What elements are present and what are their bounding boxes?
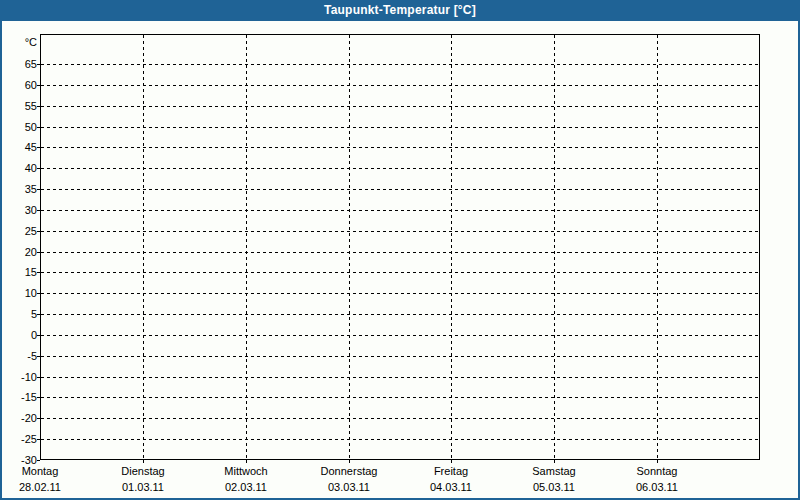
- y-axis-tick: [37, 397, 40, 398]
- v-gridline: [143, 35, 144, 459]
- y-tick-label: 15: [4, 265, 37, 279]
- y-axis-tick: [37, 439, 40, 440]
- chart-titlebar[interactable]: Taupunkt-Temperatur [°C]: [0, 0, 800, 21]
- y-tick-label: 60: [4, 78, 37, 92]
- y-tick-label: 20: [4, 245, 37, 259]
- v-gridline: [349, 35, 350, 459]
- h-gridline: [41, 272, 759, 273]
- x-day-label: Mittwoch: [191, 465, 301, 478]
- x-date-label: 04.03.11: [396, 481, 506, 494]
- y-tick-label: -10: [4, 370, 37, 384]
- x-date-label: 01.03.11: [88, 481, 198, 494]
- h-gridline: [41, 147, 759, 148]
- y-tick-label: 30: [4, 203, 37, 217]
- y-axis-tick: [37, 85, 40, 86]
- y-axis-tick: [37, 189, 40, 190]
- x-day-label: Dienstag: [88, 465, 198, 478]
- y-tick-label: 65: [4, 57, 37, 71]
- h-gridline: [41, 127, 759, 128]
- h-gridline: [41, 210, 759, 211]
- y-axis-tick: [37, 231, 40, 232]
- y-tick-label: 40: [4, 161, 37, 175]
- plot-area: [40, 34, 760, 460]
- y-axis-tick: [37, 210, 40, 211]
- h-gridline: [41, 64, 759, 65]
- h-gridline: [41, 189, 759, 190]
- y-tick-label: 50: [4, 120, 37, 134]
- y-tick-label: 55: [4, 99, 37, 113]
- y-axis-tick: [37, 147, 40, 148]
- y-tick-label: 5: [4, 307, 37, 321]
- v-gridline: [657, 35, 658, 459]
- y-tick-label: 0: [4, 328, 37, 342]
- x-date-label: 06.03.11: [602, 481, 712, 494]
- h-gridline: [41, 356, 759, 357]
- x-axis-tick: [246, 460, 247, 463]
- y-axis-unit-label: °C: [4, 35, 37, 49]
- x-axis-tick: [657, 460, 658, 463]
- y-axis-tick: [37, 314, 40, 315]
- x-day-label: Donnerstag: [294, 465, 404, 478]
- y-axis-tick: [37, 106, 40, 107]
- y-axis-tick: [37, 127, 40, 128]
- x-date-label: 03.03.11: [294, 481, 404, 494]
- v-gridline: [246, 35, 247, 459]
- x-date-label: 05.03.11: [499, 481, 609, 494]
- y-tick-label: -20: [4, 411, 37, 425]
- y-axis-tick: [37, 335, 40, 336]
- y-axis-tick: [37, 293, 40, 294]
- y-tick-label: 25: [4, 224, 37, 238]
- chart-title: Taupunkt-Temperatur [°C]: [324, 3, 476, 17]
- h-gridline: [41, 314, 759, 315]
- y-tick-label: -5: [4, 349, 37, 363]
- h-gridline: [41, 231, 759, 232]
- h-gridline: [41, 377, 759, 378]
- y-tick-label: 45: [4, 140, 37, 154]
- h-gridline: [41, 106, 759, 107]
- x-axis-tick: [451, 460, 452, 463]
- y-axis-tick: [37, 460, 40, 461]
- h-gridline: [41, 293, 759, 294]
- x-day-label: Sonntag: [602, 465, 712, 478]
- h-gridline: [41, 168, 759, 169]
- v-gridline: [451, 35, 452, 459]
- y-axis-tick: [37, 168, 40, 169]
- x-date-label: 28.02.11: [0, 481, 95, 494]
- y-axis-tick: [37, 418, 40, 419]
- x-day-label: Montag: [0, 465, 95, 478]
- x-day-label: Samstag: [499, 465, 609, 478]
- chart-window: Taupunkt-Temperatur [°C] °C 656055504540…: [0, 0, 800, 500]
- x-day-label: Freitag: [396, 465, 506, 478]
- h-gridline: [41, 418, 759, 419]
- v-gridline: [554, 35, 555, 459]
- y-axis-tick: [37, 377, 40, 378]
- x-axis-tick: [554, 460, 555, 463]
- y-tick-label: -25: [4, 432, 37, 446]
- h-gridline: [41, 397, 759, 398]
- y-tick-label: 10: [4, 286, 37, 300]
- h-gridline: [41, 85, 759, 86]
- y-tick-label: 35: [4, 182, 37, 196]
- h-gridline: [41, 439, 759, 440]
- h-gridline: [41, 335, 759, 336]
- y-axis-tick: [37, 252, 40, 253]
- y-axis-tick: [37, 272, 40, 273]
- x-axis-tick: [349, 460, 350, 463]
- x-axis-tick: [143, 460, 144, 463]
- h-gridline: [41, 252, 759, 253]
- chart-region: °C 65605550454035302520151050-5-10-15-20…: [2, 21, 798, 498]
- y-axis-tick: [37, 64, 40, 65]
- y-axis-tick: [37, 356, 40, 357]
- y-tick-label: -15: [4, 390, 37, 404]
- x-date-label: 02.03.11: [191, 481, 301, 494]
